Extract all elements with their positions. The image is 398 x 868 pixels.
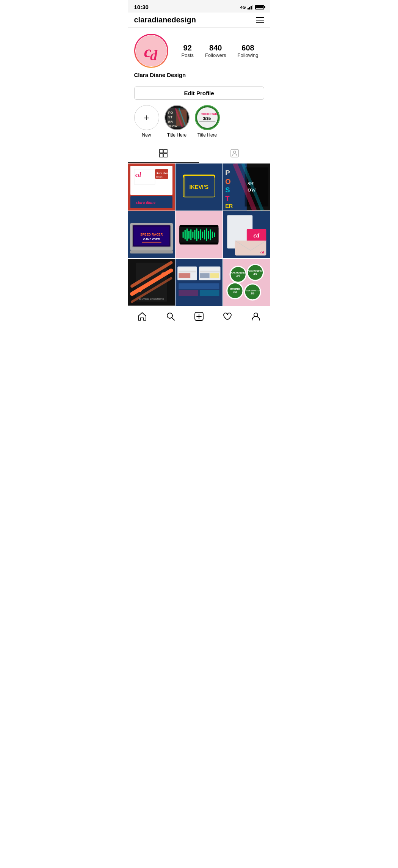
posts-count: 92: [183, 44, 192, 52]
following-count: 608: [241, 44, 254, 52]
svg-text:cd: cd: [254, 232, 260, 239]
svg-text:IKEVI'S: IKEVI'S: [190, 184, 209, 190]
nav-activity[interactable]: [219, 310, 236, 323]
svg-rect-39: [183, 175, 185, 197]
highlight-new[interactable]: + New: [134, 105, 159, 138]
nav-add[interactable]: [190, 310, 208, 323]
avatar-logo: c d: [136, 35, 167, 66]
svg-rect-66: [186, 228, 188, 241]
signal-bars-icon: [248, 5, 254, 9]
svg-rect-98: [179, 268, 196, 270]
svg-text:clara diane: clara diane: [156, 171, 170, 175]
svg-text:MONSTER: MONSTER: [230, 288, 240, 291]
svg-text:PEAK MONSTER: PEAK MONSTER: [244, 289, 260, 292]
svg-text:O: O: [225, 178, 230, 186]
following-label: Following: [238, 52, 259, 58]
svg-rect-76: [206, 228, 207, 241]
profile-name: Clara Diane Design: [134, 72, 264, 78]
svg-rect-68: [190, 229, 191, 240]
svg-rect-20: [199, 121, 215, 122]
svg-text:S: S: [225, 186, 230, 194]
svg-rect-107: [179, 283, 219, 289]
avatar[interactable]: c d: [134, 34, 168, 68]
menu-button[interactable]: [256, 17, 264, 23]
followers-label: Followers: [205, 52, 226, 58]
svg-rect-1: [249, 7, 250, 9]
followers-stat[interactable]: 840 Followers: [205, 44, 226, 58]
svg-line-128: [172, 318, 175, 321]
svg-rect-73: [200, 229, 201, 240]
svg-rect-67: [188, 231, 190, 239]
heart-icon: [223, 311, 232, 321]
svg-rect-70: [194, 230, 196, 239]
status-time: 10:30: [134, 4, 149, 10]
add-icon: [194, 311, 204, 321]
highlight-rockstar-circle: ROCKSTAR 3/$5: [195, 105, 220, 130]
svg-rect-103: [200, 271, 220, 272]
grid-icon: [159, 149, 168, 158]
highlight-new-circle: +: [134, 105, 159, 130]
svg-rect-102: [200, 268, 220, 270]
person-tag-icon: [230, 149, 239, 158]
svg-rect-71: [196, 228, 197, 241]
plus-icon: +: [144, 113, 149, 123]
svg-rect-74: [202, 231, 203, 237]
svg-text:ROCKSTAR: ROCKSTAR: [201, 112, 217, 116]
grid-item-3[interactable]: P O S T ER SH OW: [223, 164, 270, 211]
avatar-svg: c d: [136, 35, 167, 66]
network-icon: 4G: [240, 5, 246, 9]
edit-profile-button[interactable]: Edit Profile: [134, 86, 264, 100]
svg-text:clara diane: clara diane: [136, 200, 155, 204]
highlight-poster-art: PO ST ER SHOW: [165, 106, 189, 129]
svg-text:CHANGE DIRECTIONS: CHANGE DIRECTIONS: [139, 298, 164, 300]
svg-rect-80: [214, 232, 215, 237]
svg-rect-104: [200, 273, 210, 278]
home-icon: [137, 311, 147, 321]
svg-text:#/6: #/6: [233, 291, 237, 294]
svg-rect-110: [223, 259, 270, 306]
highlight-rockstar[interactable]: ROCKSTAR 3/$5 Title Here: [195, 105, 220, 138]
highlight-rockstar-art: ROCKSTAR 3/$5: [196, 106, 219, 129]
profile-section: c d 92 Posts 840 Followers 608 Following…: [128, 28, 270, 83]
svg-rect-77: [208, 231, 209, 239]
nav-home[interactable]: [133, 310, 151, 323]
svg-text:2/6: 2/6: [236, 274, 240, 278]
tabs-row: [128, 144, 270, 164]
svg-rect-78: [210, 229, 211, 240]
posts-stat[interactable]: 92 Posts: [181, 44, 194, 58]
svg-rect-108: [179, 290, 198, 296]
svg-text:2/6: 2/6: [251, 292, 254, 295]
svg-rect-109: [200, 290, 219, 296]
following-stat[interactable]: 608 Following: [238, 44, 259, 58]
grid-item-7[interactable]: CHANGE DIRECTIONS: [128, 259, 175, 306]
svg-rect-64: [183, 231, 184, 237]
grid-item-5[interactable]: [175, 211, 223, 258]
nav-search[interactable]: [162, 310, 179, 323]
tab-grid[interactable]: [128, 144, 199, 163]
svg-text:PEAK MONSTER: PEAK MONSTER: [248, 270, 263, 272]
highlight-poster[interactable]: PO ST ER SHOW Title Here: [165, 105, 190, 138]
grid-item-9[interactable]: PEAK MONSTER 2/6 PEAK MONSTER 2/6 MONSTE…: [223, 259, 270, 306]
highlight-rockstar-label: Title Here: [197, 132, 217, 138]
status-icons: 4G: [240, 5, 264, 9]
grid-item-8[interactable]: [175, 259, 223, 306]
svg-text:3/$5: 3/$5: [203, 116, 211, 121]
svg-text:ER: ER: [225, 203, 233, 209]
svg-rect-65: [185, 230, 186, 239]
highlight-poster-label: Title Here: [167, 132, 187, 138]
svg-rect-24: [164, 154, 167, 157]
svg-rect-23: [160, 154, 163, 157]
svg-text:SPEED RACER: SPEED RACER: [140, 233, 163, 236]
svg-rect-21: [160, 149, 163, 153]
grid-item-1[interactable]: cd clara diane design clara diane: [128, 164, 175, 211]
svg-rect-0: [248, 8, 249, 9]
grid-item-4[interactable]: SPEED RACER GAME OVER: [128, 211, 175, 258]
tab-tagged[interactable]: [199, 144, 270, 163]
nav-profile[interactable]: [247, 310, 265, 323]
grid-item-2[interactable]: IKEVI'S: [175, 164, 223, 211]
svg-text:2/6: 2/6: [253, 272, 257, 276]
svg-rect-105: [210, 273, 219, 278]
highlight-new-label: New: [142, 132, 151, 138]
bottom-nav: [128, 306, 270, 329]
grid-item-6[interactable]: cd cd: [223, 211, 270, 258]
